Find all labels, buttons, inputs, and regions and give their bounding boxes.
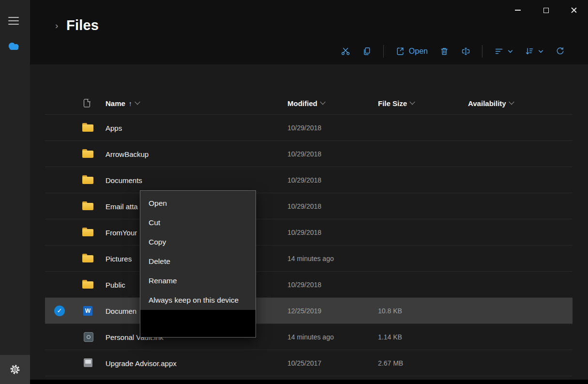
file-icon xyxy=(82,175,94,185)
file-icon xyxy=(82,123,94,133)
file-modified: 10/29/2018 xyxy=(287,202,321,210)
file-row[interactable]: Apps 10/29/2018 xyxy=(45,115,573,141)
file-name: FromYour xyxy=(106,228,137,236)
file-modified: 14 minutes ago xyxy=(287,255,334,262)
view-options-button[interactable] xyxy=(494,46,513,56)
delete-button[interactable] xyxy=(439,46,449,56)
hamburger-icon xyxy=(8,17,19,18)
breadcrumb-chevron-icon[interactable]: › xyxy=(55,20,58,31)
file-row[interactable]: Public 10/29/2018 xyxy=(45,272,573,298)
file-modified: 12/25/2019 xyxy=(287,307,321,315)
gear-icon xyxy=(9,364,21,375)
file-icon xyxy=(82,228,94,237)
file-name: Public xyxy=(106,280,125,289)
menu-button[interactable] xyxy=(8,17,20,27)
column-header-modified[interactable]: Modified xyxy=(287,99,325,108)
file-row[interactable]: ArrowBackup 10/29/2018 xyxy=(45,141,573,167)
file-modified: 10/29/2018 xyxy=(287,229,321,236)
file-modified: 10/29/2018 xyxy=(287,150,321,158)
onedrive-window: › Files O xyxy=(0,0,588,384)
file-row[interactable]: Upgrade Advisor.appx 10/25/2017 2.67 MB xyxy=(45,350,573,376)
sort-button[interactable] xyxy=(525,46,543,56)
file-browser: Name ↑ Modified File Size Availability xyxy=(30,64,588,380)
file-icon xyxy=(82,254,94,263)
open-icon xyxy=(395,46,405,56)
file-list: Apps 10/29/2018 ArrowBackup 10/29/2018 D… xyxy=(45,115,573,376)
column-header-name[interactable]: Name ↑ xyxy=(106,99,139,108)
file-name: Upgrade Advisor.appx xyxy=(106,359,177,367)
file-icon xyxy=(82,332,94,342)
file-name: Documents xyxy=(106,176,142,184)
column-header-file-size[interactable]: File Size xyxy=(378,99,414,108)
window-controls xyxy=(504,0,588,20)
toolbar-divider xyxy=(482,45,482,58)
chevron-down-icon xyxy=(320,99,325,105)
cut-button[interactable] xyxy=(341,46,350,56)
file-row[interactable]: Documents 10/29/2018 xyxy=(45,167,573,193)
file-name: Documen xyxy=(106,307,136,315)
onedrive-button[interactable] xyxy=(6,41,22,53)
file-name: Apps xyxy=(106,123,122,132)
file-modified: 10/25/2017 xyxy=(287,359,321,367)
settings-button[interactable] xyxy=(0,355,30,384)
context-menu-items: OpenCutCopyDeleteRenameAlways keep on th… xyxy=(140,194,256,310)
maximize-button[interactable] xyxy=(532,0,560,20)
toolbar-divider xyxy=(383,45,384,58)
list-view-icon xyxy=(494,46,504,56)
file-modified: 10/29/2018 xyxy=(287,281,321,289)
scissors-icon xyxy=(341,46,350,56)
rename-button[interactable] xyxy=(461,46,470,56)
file-size: 1.14 KB xyxy=(378,333,402,341)
selected-check-icon[interactable] xyxy=(54,306,65,316)
chevron-down-icon xyxy=(409,99,415,105)
file-row[interactable]: Pictures 14 minutes ago xyxy=(45,246,573,272)
column-label: Modified xyxy=(287,99,317,108)
maximize-icon xyxy=(543,8,549,13)
column-header-availability[interactable]: Availability xyxy=(468,99,513,108)
refresh-icon xyxy=(555,46,565,56)
bottom-strip xyxy=(30,380,588,384)
cloud-icon xyxy=(6,41,22,51)
document-type-column-icon xyxy=(84,99,90,108)
column-label: Name xyxy=(106,99,125,108)
copy-button[interactable] xyxy=(362,46,372,56)
file-name: Email atta xyxy=(106,202,138,210)
context-menu-item[interactable]: Cut xyxy=(140,213,256,232)
file-icon xyxy=(82,201,94,211)
table-header: Name ↑ Modified File Size Availability xyxy=(45,92,573,115)
minimize-button[interactable] xyxy=(504,0,532,20)
file-row[interactable]: FromYour 10/29/2018 xyxy=(45,219,573,246)
file-name: ArrowBackup xyxy=(106,150,149,158)
open-button-label: Open xyxy=(409,47,428,56)
rename-icon xyxy=(461,46,470,56)
context-menu-item[interactable]: Always keep on this device xyxy=(140,291,256,310)
file-modified: 10/29/2018 xyxy=(287,124,321,132)
close-icon xyxy=(571,7,577,14)
chevron-down-icon xyxy=(508,49,513,54)
refresh-button[interactable] xyxy=(555,46,565,56)
trash-icon xyxy=(439,46,449,56)
page-title: Files xyxy=(66,17,99,33)
close-button[interactable] xyxy=(560,0,588,20)
file-icon xyxy=(82,306,94,316)
file-modified: 14 minutes ago xyxy=(287,333,334,341)
context-menu-item[interactable]: Delete xyxy=(140,252,256,271)
file-row[interactable]: Documen 12/25/2019 10.8 KB xyxy=(45,298,573,324)
column-label: File Size xyxy=(378,99,407,108)
context-menu: OpenCutCopyDeleteRenameAlways keep on th… xyxy=(140,190,256,338)
context-menu-item[interactable]: Open xyxy=(140,194,256,213)
file-row[interactable]: Personal Vault.lnk 14 minutes ago 1.14 K… xyxy=(45,324,573,350)
open-button[interactable]: Open xyxy=(395,46,428,56)
file-row[interactable]: Email atta 10/29/2018 xyxy=(45,193,573,219)
context-menu-obscured-area xyxy=(140,310,256,337)
file-name: Pictures xyxy=(106,254,132,262)
file-size: 2.67 MB xyxy=(378,359,403,367)
minimize-icon xyxy=(515,10,521,11)
file-modified: 10/29/2018 xyxy=(287,176,321,184)
sort-ascending-icon: ↑ xyxy=(129,99,132,107)
chevron-down-icon xyxy=(135,99,140,105)
context-menu-item[interactable]: Rename xyxy=(140,271,256,291)
toolbar: Open xyxy=(341,44,565,59)
file-table: Name ↑ Modified File Size Availability xyxy=(45,92,573,376)
context-menu-item[interactable]: Copy xyxy=(140,232,256,252)
